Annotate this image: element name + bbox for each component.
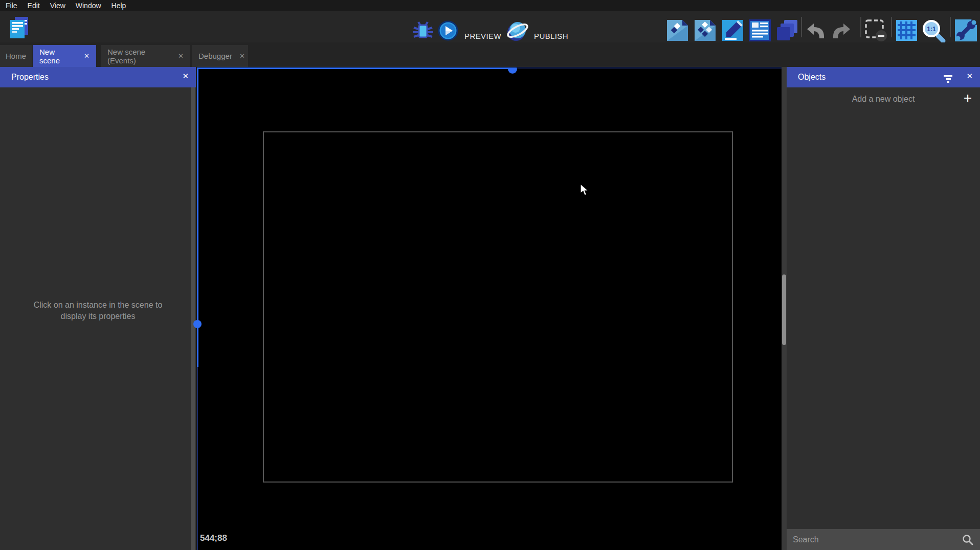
selection-top-edge <box>197 67 517 69</box>
properties-panel-title: Properties <box>0 73 49 82</box>
main-toolbar: PREVIEW PUBLISH <box>0 11 980 42</box>
menu-file[interactable]: File <box>1 0 23 11</box>
tab-label: New scene (Events) <box>107 48 171 65</box>
properties-panel-header: Properties ✕ <box>0 67 196 87</box>
menu-view[interactable]: View <box>45 0 71 11</box>
selection-handle-top[interactable] <box>508 68 517 74</box>
menu-window[interactable]: Window <box>71 0 106 11</box>
tab-new-scene-events[interactable]: New scene (Events) ✕ <box>101 45 190 67</box>
grid-icon[interactable] <box>896 20 917 41</box>
menu-bar: File Edit View Window Help <box>0 0 980 11</box>
panel-divider-scrollbar[interactable] <box>191 87 195 550</box>
tab-new-scene[interactable]: New scene ✕ <box>33 45 96 67</box>
tab-close-icon[interactable]: ✕ <box>84 52 90 60</box>
objects-panel: Objects ✕ Add a new object + <box>787 67 980 550</box>
settings-wrench-icon[interactable] <box>954 19 977 42</box>
search-input[interactable] <box>787 535 962 544</box>
close-icon[interactable]: ✕ <box>182 72 189 81</box>
toolbar-separator <box>801 17 802 37</box>
tab-debugger[interactable]: Debugger ✕ <box>192 45 248 67</box>
tab-close-icon[interactable]: ✕ <box>178 52 184 60</box>
tab-label: Debugger <box>198 52 232 60</box>
tab-label: New scene <box>39 48 77 65</box>
game-window-frame <box>263 131 733 483</box>
undo-icon[interactable] <box>806 22 827 40</box>
project-manager-logo-icon[interactable] <box>10 16 29 39</box>
filter-icon[interactable] <box>944 74 952 83</box>
tab-bar: Home New scene ✕ New scene (Events) ✕ De… <box>0 42 980 67</box>
zoom-ratio-label: 1:1 <box>927 26 936 33</box>
selection-top-edge-far <box>517 67 782 68</box>
tab-label: Home <box>6 52 26 60</box>
menu-edit[interactable]: Edit <box>23 0 45 11</box>
canvas-scrollbar-thumb[interactable] <box>782 274 786 345</box>
publish-button[interactable]: PUBLISH <box>534 32 568 40</box>
plus-icon[interactable]: + <box>964 90 972 106</box>
objects-search-bar <box>787 529 980 550</box>
tab-close-icon[interactable]: ✕ <box>239 52 245 60</box>
menu-help[interactable]: Help <box>106 0 131 11</box>
properties-empty-message: Click on an instance in the scene to dis… <box>0 300 196 322</box>
properties-panel: Properties ✕ Click on an instance in the… <box>0 67 196 550</box>
selection-left-edge-far <box>197 367 198 550</box>
add-new-object-row[interactable]: Add a new object + <box>787 87 980 111</box>
publish-globe-icon[interactable] <box>505 18 530 43</box>
zoom-1-1-icon[interactable]: 1:1 <box>921 18 946 43</box>
toolbar-separator <box>950 17 951 37</box>
redo-icon[interactable] <box>831 22 851 40</box>
tab-home[interactable]: Home <box>0 45 32 67</box>
edit-object-icon[interactable] <box>666 19 688 41</box>
deselect-all-icon[interactable] <box>864 19 888 43</box>
edit-object-groups-icon[interactable] <box>694 19 716 41</box>
toolbar-separator <box>891 17 892 37</box>
preview-button[interactable]: PREVIEW <box>464 32 501 40</box>
objects-panel-title: Objects <box>787 73 826 82</box>
cursor-coordinates-label: 544;88 <box>200 533 227 543</box>
toolbar-separator <box>860 17 861 37</box>
objects-panel-header: Objects ✕ <box>787 67 980 87</box>
close-icon[interactable]: ✕ <box>966 72 973 81</box>
selection-handle-left[interactable] <box>193 320 202 328</box>
search-icon <box>962 534 974 546</box>
debug-bug-icon[interactable] <box>412 19 434 42</box>
add-new-object-label: Add a new object <box>787 95 980 104</box>
preview-play-icon[interactable] <box>438 20 458 41</box>
mouse-cursor-icon <box>580 184 591 197</box>
layers-icon[interactable] <box>775 19 798 42</box>
edit-scene-properties-icon[interactable] <box>722 19 744 41</box>
instances-list-icon[interactable] <box>749 19 771 41</box>
scene-canvas[interactable]: 544;88 <box>197 67 782 550</box>
